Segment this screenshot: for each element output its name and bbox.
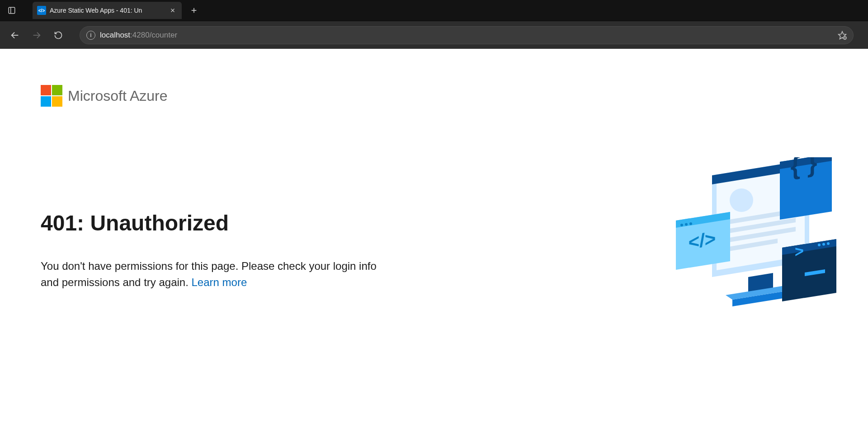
- brand-text: Microsoft Azure: [68, 88, 168, 104]
- svg-point-32: [685, 223, 688, 226]
- tab-title: Azure Static Web Apps - 401: Un: [50, 7, 165, 14]
- new-tab-button[interactable]: [186, 3, 202, 18]
- svg-rect-0: [9, 7, 15, 14]
- browser-chrome: </> Azure Static Web Apps - 401: Un: [0, 0, 868, 49]
- browser-tab[interactable]: </> Azure Static Web Apps - 401: Un: [33, 2, 182, 19]
- url-text: localhost:4280/counter: [100, 31, 833, 40]
- svg-point-39: [818, 244, 821, 246]
- azure-brand: Microsoft Azure: [41, 85, 827, 107]
- svg-text:>: >: [795, 242, 804, 260]
- svg-text:</>: </>: [689, 228, 716, 253]
- svg-point-33: [689, 222, 692, 225]
- site-info-icon[interactable]: i: [86, 31, 95, 40]
- favorite-button[interactable]: [838, 31, 847, 40]
- url-path: :4280/counter: [130, 31, 177, 39]
- tab-actions-button[interactable]: [4, 2, 20, 19]
- svg-point-38: [822, 243, 825, 246]
- svg-point-18: [730, 188, 753, 212]
- back-button[interactable]: [5, 26, 24, 45]
- svg-point-37: [827, 242, 830, 245]
- learn-more-link[interactable]: Learn more: [192, 276, 247, 288]
- microsoft-logo-icon: [41, 85, 62, 107]
- url-host: localhost: [100, 31, 130, 39]
- tab-favicon-icon: </>: [37, 6, 46, 15]
- page-content: Microsoft Azure 401: Unauthorized You do…: [0, 49, 868, 437]
- error-illustration-icon: { } </> >: [669, 157, 841, 324]
- browser-toolbar: i localhost:4280/counter: [0, 21, 868, 49]
- tab-close-button[interactable]: [168, 6, 177, 15]
- forward-button[interactable]: [27, 26, 46, 45]
- tab-strip: </> Azure Static Web Apps - 401: Un: [0, 0, 868, 21]
- svg-point-31: [680, 224, 683, 226]
- address-bar[interactable]: i localhost:4280/counter: [80, 26, 854, 44]
- refresh-button[interactable]: [49, 26, 68, 45]
- error-description: You don't have permissions for this page…: [41, 258, 380, 291]
